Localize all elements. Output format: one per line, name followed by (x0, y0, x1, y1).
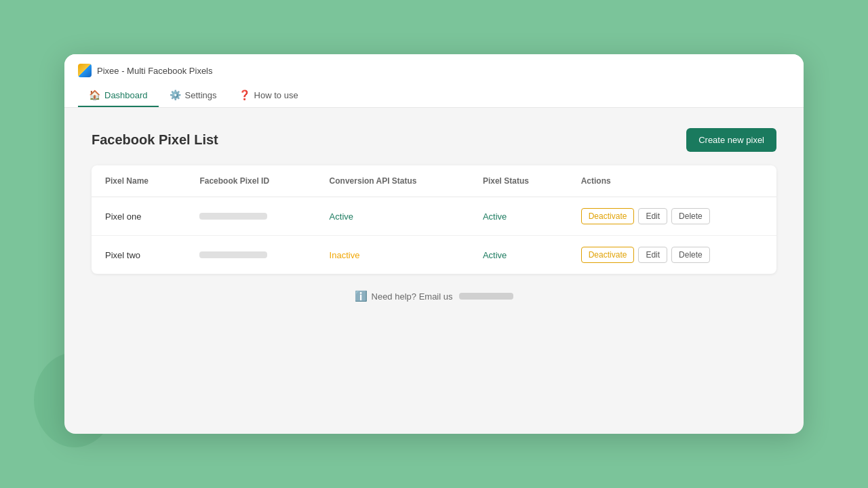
col-api-status: Conversion API Status (316, 165, 469, 197)
email-placeholder (459, 293, 513, 300)
pixel-one-name: Pixel one (92, 197, 186, 236)
pixel-two-id (186, 236, 315, 274)
help-icon-nav: ❓ (239, 89, 250, 100)
create-new-pixel-button[interactable]: Create new pixel (686, 128, 776, 152)
pixel-one-id (186, 197, 315, 236)
pixel-one-deactivate-button[interactable]: Deactivate (581, 208, 635, 224)
col-pixel-status: Pixel Status (469, 165, 568, 197)
pixel-two-id-placeholder (199, 251, 267, 258)
app-title-row: Pixee - Multi Facebook Pixels (78, 64, 790, 77)
table-row: Pixel one Active Active Deactivate (92, 197, 776, 236)
pixel-two-delete-button[interactable]: Delete (671, 247, 710, 263)
tab-dashboard-label: Dashboard (104, 90, 148, 100)
main-content: Facebook Pixel List Create new pixel Pix… (64, 108, 804, 323)
page-header: Facebook Pixel List Create new pixel (92, 128, 776, 152)
table-header-row: Pixel Name Facebook Pixel ID Conversion … (92, 165, 776, 197)
table-body: Pixel one Active Active Deactivate (92, 197, 776, 274)
tab-how-to-use[interactable]: ❓ How to use (228, 84, 309, 107)
pixel-two-edit-button[interactable]: Edit (638, 247, 667, 263)
pixel-two-pixel-status: Active (469, 236, 568, 274)
table-row: Pixel two Inactive Active Deactivat (92, 236, 776, 274)
pixel-two-deactivate-button[interactable]: Deactivate (581, 247, 635, 263)
pixel-two-name: Pixel two (92, 236, 186, 274)
settings-icon: ⚙️ (170, 89, 181, 100)
title-bar: Pixee - Multi Facebook Pixels 🏠 Dashboar… (64, 54, 804, 108)
tab-settings-label: Settings (185, 90, 217, 100)
col-pixel-name: Pixel Name (92, 165, 186, 197)
pixel-two-actions-cell: Deactivate Edit Delete (581, 247, 763, 263)
pixel-table-card: Pixel Name Facebook Pixel ID Conversion … (92, 165, 776, 274)
app-title: Pixee - Multi Facebook Pixels (97, 66, 213, 76)
table-header: Pixel Name Facebook Pixel ID Conversion … (92, 165, 776, 197)
tab-dashboard[interactable]: 🏠 Dashboard (78, 84, 159, 107)
help-section: ℹ️ Need help? Email us (92, 290, 776, 302)
app-window: Pixee - Multi Facebook Pixels 🏠 Dashboar… (64, 54, 804, 434)
pixel-one-edit-button[interactable]: Edit (638, 208, 667, 224)
page-title: Facebook Pixel List (92, 132, 218, 148)
home-icon: 🏠 (89, 89, 100, 100)
tab-how-to-use-label: How to use (254, 90, 298, 100)
help-text: Need help? Email us (372, 291, 453, 302)
pixel-table: Pixel Name Facebook Pixel ID Conversion … (92, 165, 776, 274)
pixel-one-actions: Deactivate Edit Delete (568, 197, 776, 236)
pixel-one-pixel-status: Active (469, 197, 568, 236)
col-pixel-id: Facebook Pixel ID (186, 165, 315, 197)
app-icon (78, 64, 92, 77)
pixel-one-actions-cell: Deactivate Edit Delete (581, 208, 763, 224)
tab-settings[interactable]: ⚙️ Settings (159, 84, 228, 107)
info-icon: ℹ️ (355, 290, 368, 302)
pixel-one-api-status: Active (316, 197, 469, 236)
pixel-two-api-status: Inactive (316, 236, 469, 274)
col-actions: Actions (568, 165, 776, 197)
pixel-two-actions: Deactivate Edit Delete (568, 236, 776, 274)
nav-tabs: 🏠 Dashboard ⚙️ Settings ❓ How to use (78, 84, 790, 107)
pixel-one-id-placeholder (199, 213, 267, 220)
pixel-one-delete-button[interactable]: Delete (671, 208, 710, 224)
